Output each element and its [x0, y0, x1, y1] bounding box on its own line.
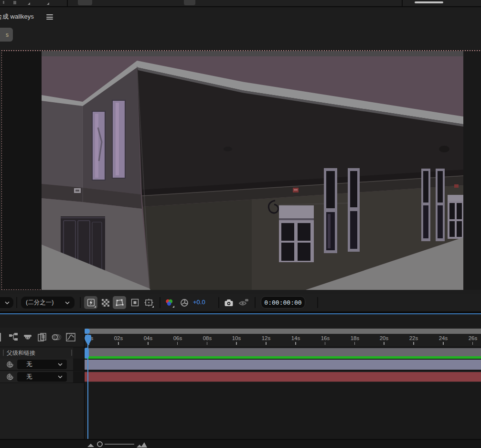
ruler-label[interactable]: 02s [109, 335, 128, 341]
viewer-pasteboard-left [2, 51, 42, 289]
ruler-label[interactable]: 26s [463, 335, 481, 341]
magnification-dropdown-partial[interactable] [0, 297, 13, 308]
mini-flowchart-button[interactable] [8, 332, 19, 342]
channels-button[interactable] [162, 296, 176, 309]
layer-bar-lavender[interactable] [85, 360, 481, 370]
toolbar-divider [160, 297, 160, 308]
current-time-indicator-head[interactable] [85, 334, 92, 346]
tool-flyout-triangle-icon [47, 2, 49, 5]
layer-row-1-left: 无 [0, 359, 84, 370]
timeline-zoom-strip [0, 439, 481, 448]
ruler-label[interactable]: 10s [227, 335, 246, 341]
row-end-cell [73, 359, 84, 370]
viewer-toolbar: (二分之一) [0, 294, 481, 311]
parent-dropdown-1[interactable]: 无 [17, 360, 67, 369]
composition-nav-chip[interactable]: s [0, 28, 13, 42]
region-of-interest-icon [131, 299, 139, 307]
layer-row-2-left: 无 [0, 371, 84, 383]
building-3d-scene [42, 51, 463, 290]
ruler-label[interactable]: 16s [316, 335, 335, 341]
top-gray-band [42, 51, 463, 56]
tool-icon-fragment [3, 1, 4, 4]
flyout-triangle-icon [152, 306, 154, 308]
parent-dropdown-2[interactable]: 无 [17, 372, 67, 382]
header-end-cell [73, 347, 84, 359]
mask-shape-paths-button[interactable] [113, 296, 126, 309]
snapshot-eye-icon [238, 299, 249, 307]
red-sign-small [454, 184, 459, 188]
mask-outline-icon [115, 299, 124, 307]
toolbar-divider [67, 0, 68, 6]
ruler-label[interactable]: 04s [139, 335, 158, 341]
pick-whip-icon[interactable] [6, 361, 14, 368]
toolbar-button-fragment[interactable] [184, 0, 195, 5]
shy-layers-button[interactable] [22, 332, 33, 342]
ruler-label[interactable]: 18s [345, 335, 364, 341]
panel-menu-icon[interactable] [46, 14, 53, 20]
show-snapshot-button[interactable] [237, 296, 250, 309]
toolbar-divider [255, 297, 256, 308]
parent-link-column-header[interactable]: 父级和链接 [0, 347, 84, 359]
composition-nav-chip-label: s [6, 32, 9, 38]
resolution-dropdown[interactable]: (二分之一) [21, 297, 75, 309]
toolbar-divider [317, 297, 318, 308]
chevron-down-icon [5, 301, 10, 304]
timeline-top-spacer [0, 315, 481, 328]
time-ruler[interactable] [85, 342, 481, 345]
ruler-label[interactable]: 14s [286, 335, 305, 341]
row-separator [0, 370, 481, 371]
composition-panel-header: 合成 wallkeys s [0, 7, 481, 51]
pick-whip-icon[interactable] [6, 373, 14, 381]
resolution-value: (二分之一) [26, 299, 53, 307]
timeline-zoom-slider-track[interactable] [105, 444, 134, 445]
row-end-cell [73, 371, 84, 383]
work-area-bar[interactable] [85, 329, 481, 334]
grid-guides-button[interactable] [142, 296, 155, 309]
composition-viewer [0, 50, 481, 294]
composition-tab[interactable]: 合成 wallkeys [0, 12, 34, 21]
zoom-to-frames-icon[interactable] [87, 443, 94, 447]
right-double-door [279, 205, 314, 262]
graph-editor-icon [65, 332, 76, 342]
zoom-out-full-icon[interactable] [137, 441, 147, 448]
tool-flyout-triangle-icon [28, 2, 30, 5]
motion-blur-icon [51, 332, 62, 342]
ruler-label[interactable]: 06s [168, 335, 187, 341]
frame-blending-button[interactable] [37, 332, 47, 342]
film-frames-icon [37, 332, 47, 342]
timeline-empty-area [85, 383, 481, 439]
column-divider[interactable] [71, 350, 72, 356]
timecode-field[interactable]: 0:00:00:00 [261, 296, 305, 309]
aperture-icon [180, 299, 189, 307]
flyout-triangle-icon [94, 306, 96, 308]
reset-exposure-button[interactable] [178, 296, 191, 309]
ruler-label[interactable]: 20s [374, 335, 394, 341]
toolbar-button-fragment[interactable] [78, 0, 92, 5]
motion-blur-button[interactable] [51, 332, 62, 342]
current-time-indicator-line[interactable] [87, 334, 88, 439]
viewer-pasteboard-right [463, 51, 481, 290]
fast-previews-button[interactable] [84, 296, 97, 309]
layer-bar-green[interactable] [85, 356, 481, 359]
timeline-zoom-slider-handle[interactable] [97, 441, 103, 447]
graph-editor-button[interactable] [65, 332, 76, 342]
region-of-interest-button[interactable] [128, 296, 141, 309]
chevron-down-icon [65, 301, 70, 304]
work-area-start-handle[interactable] [84, 329, 90, 334]
shy-guy-icon [22, 332, 33, 342]
transparency-grid-button[interactable] [99, 296, 112, 309]
toolbar-slider-fragment[interactable] [415, 1, 443, 3]
layer-bar-gray[interactable] [85, 348, 481, 356]
ruler-label[interactable]: 24s [434, 335, 453, 341]
parent-link-header-label: 父级和链接 [7, 349, 35, 357]
exposure-value[interactable]: +0.0 [193, 299, 205, 306]
layer-bar-maroon[interactable] [85, 372, 481, 382]
toolbar-divider [80, 297, 81, 308]
column-divider[interactable] [3, 350, 4, 356]
ruler-label[interactable]: 08s [198, 335, 217, 341]
ruler-label[interactable]: 22s [404, 335, 423, 341]
ruler-label[interactable]: 12s [257, 335, 276, 341]
composition-viewport-image[interactable] [42, 51, 463, 290]
snapshot-button[interactable] [222, 296, 235, 309]
tool-icon-fragment [13, 1, 16, 4]
